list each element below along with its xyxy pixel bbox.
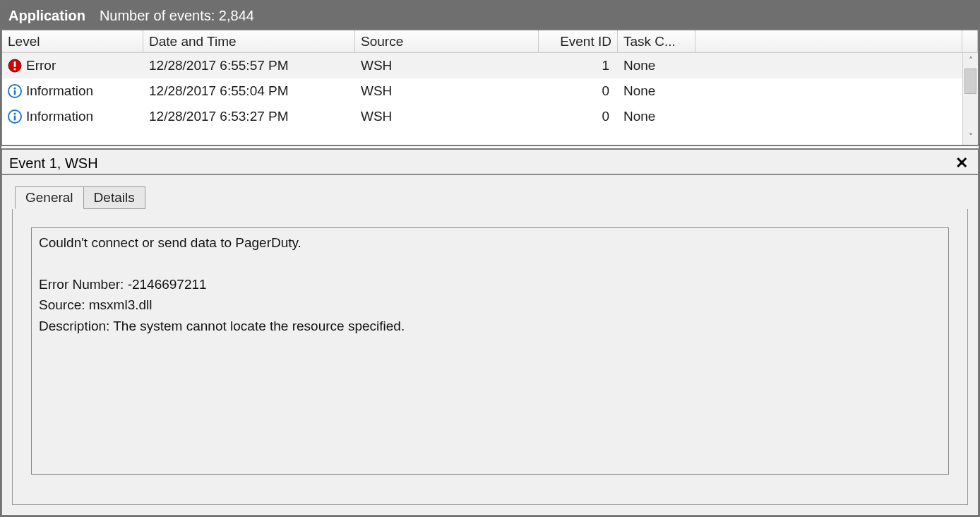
- info-icon: [8, 84, 22, 98]
- table-row[interactable]: Information 12/28/2017 6:53:27 PM WSH 0 …: [2, 104, 962, 129]
- titlebar: Application Number of events: 2,844: [1, 1, 979, 30]
- svg-point-4: [13, 87, 16, 89]
- scroll-up-button[interactable]: ˄: [963, 53, 978, 69]
- column-header-level[interactable]: Level: [2, 30, 143, 52]
- column-header-scroll: [962, 30, 978, 52]
- scroll-track[interactable]: [963, 69, 978, 129]
- level-text: Information: [26, 109, 93, 124]
- cell-source: WSH: [355, 109, 539, 124]
- cell-task: None: [618, 109, 695, 124]
- detail-header: Event 1, WSH ✕: [2, 150, 978, 175]
- column-header-source[interactable]: Source: [355, 30, 539, 52]
- vertical-scrollbar[interactable]: ˄ ˅: [962, 53, 978, 145]
- column-header-eventid[interactable]: Event ID: [539, 30, 618, 52]
- scroll-thumb[interactable]: [964, 69, 976, 94]
- cell-level: Information: [2, 109, 143, 124]
- event-grid: Level Date and Time Source Event ID Task…: [1, 29, 979, 146]
- cell-task: None: [618, 83, 695, 99]
- level-text: Error: [26, 58, 56, 73]
- cell-datetime: 12/28/2017 6:55:57 PM: [143, 58, 355, 73]
- tab-general[interactable]: General: [15, 186, 84, 209]
- cell-datetime: 12/28/2017 6:55:04 PM: [143, 83, 355, 99]
- close-icon: ✕: [955, 154, 968, 172]
- svg-point-7: [13, 112, 16, 114]
- cell-eventid: 0: [539, 83, 618, 99]
- cell-source: WSH: [355, 58, 539, 73]
- cell-level: Information: [2, 83, 143, 99]
- svg-rect-1: [14, 61, 16, 67]
- column-header-spacer: [695, 30, 962, 52]
- tab-content: Couldn't connect or send data to PagerDu…: [12, 208, 968, 505]
- cell-eventid: 0: [539, 109, 618, 124]
- scroll-down-button[interactable]: ˅: [963, 129, 978, 145]
- cell-level: Error: [2, 58, 143, 73]
- detail-pane: Event 1, WSH ✕ General Details Couldn't …: [1, 148, 979, 516]
- cell-source: WSH: [355, 83, 539, 99]
- cell-task: None: [618, 58, 695, 73]
- grid-header: Level Date and Time Source Event ID Task…: [2, 30, 978, 53]
- grid-rows: Error 12/28/2017 6:55:57 PM WSH 1 None I…: [2, 53, 962, 145]
- column-header-datetime[interactable]: Date and Time: [143, 30, 355, 52]
- tabs: General Details: [2, 175, 978, 209]
- detail-title: Event 1, WSH: [9, 155, 98, 172]
- error-icon: [8, 59, 22, 73]
- log-title: Application: [8, 8, 85, 24]
- column-header-task[interactable]: Task C...: [618, 30, 695, 52]
- close-button[interactable]: ✕: [952, 154, 971, 172]
- cell-eventid: 1: [539, 58, 618, 73]
- svg-rect-5: [14, 90, 16, 95]
- tab-details[interactable]: Details: [83, 186, 145, 209]
- event-count: Number of events: 2,844: [100, 8, 254, 24]
- info-icon: [8, 109, 22, 124]
- table-row[interactable]: Information 12/28/2017 6:55:04 PM WSH 0 …: [2, 78, 962, 104]
- svg-point-2: [13, 68, 16, 70]
- event-message[interactable]: Couldn't connect or send data to PagerDu…: [31, 227, 949, 475]
- cell-datetime: 12/28/2017 6:53:27 PM: [143, 109, 355, 124]
- level-text: Information: [26, 83, 93, 99]
- svg-rect-8: [14, 116, 16, 121]
- table-row[interactable]: Error 12/28/2017 6:55:57 PM WSH 1 None: [2, 53, 962, 78]
